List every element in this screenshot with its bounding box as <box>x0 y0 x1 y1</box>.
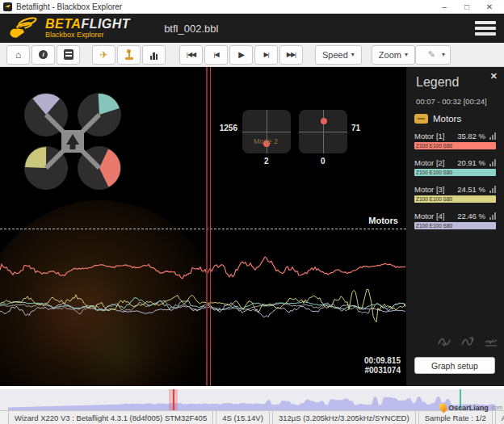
legend-time-range: 00:07 - 00:32 [00:24] <box>416 97 487 106</box>
blackbox-explorer-window: Betaflight - Blackbox Explorer – □ ✕ BET… <box>0 0 504 424</box>
betaflight-bee-icon <box>8 16 40 40</box>
watermark-tld: .com <box>490 405 502 410</box>
brand: BETAFLIGHT Blackbox Explorer <box>8 16 130 40</box>
analyser-mini-icon[interactable] <box>489 132 496 140</box>
minimize-button[interactable]: – <box>433 2 456 11</box>
skip-start-icon: |◀◀ <box>187 51 195 58</box>
prev-frame-icon: |◀ <box>213 51 218 58</box>
open-file-name: btfl_002.bbl <box>164 23 475 35</box>
window-title: Betaflight - Blackbox Explorer <box>16 2 433 11</box>
wave-tool-icon-1[interactable] <box>438 336 451 347</box>
motor-name: Motor [3] <box>414 185 455 194</box>
analyser-mini-icon[interactable] <box>489 212 496 220</box>
skip-end-icon: ▶▶| <box>287 51 296 58</box>
home-icon: ⌂ <box>15 50 21 60</box>
sticks-toggle-button[interactable] <box>117 45 141 65</box>
zoom-dropdown[interactable]: Zoom ▾ <box>372 45 415 65</box>
info-button[interactable]: i <box>32 45 55 65</box>
motor-value: 22.46 % <box>457 212 485 220</box>
legend-group-label: Motors <box>433 114 461 124</box>
graph-setup-button[interactable]: Graph setup <box>414 357 495 374</box>
seekbar-cursor[interactable] <box>173 389 174 410</box>
chevron-down-icon: ▾ <box>405 51 408 58</box>
collapse-group-icon[interactable] <box>414 114 428 124</box>
speed-dropdown[interactable]: Speed ▾ <box>315 45 362 65</box>
chart-check-tool-icon[interactable] <box>485 336 498 347</box>
motor-color-bar: Z100 E100 S80 <box>414 195 496 203</box>
brand-beta: BETA <box>45 17 81 31</box>
seekbar[interactable] <box>0 389 504 410</box>
wave-tool-icon-2[interactable] <box>461 336 474 347</box>
motor-name: Motor [1] <box>414 132 455 141</box>
seekbar-waveform <box>0 389 504 410</box>
flame-icon <box>438 401 449 413</box>
os-titlebar: Betaflight - Blackbox Explorer – □ ✕ <box>0 0 504 14</box>
motor-color-bar: Z100 E100 S80 <box>414 222 496 229</box>
motor-name: Motor [2] <box>414 158 455 167</box>
sticks-icon <box>124 49 134 60</box>
motor-value: 35.82 % <box>457 132 485 141</box>
plane-icon: ✈ <box>99 50 107 60</box>
time-cursor[interactable] <box>210 67 212 386</box>
legend-group-motors[interactable]: Motors <box>414 114 461 124</box>
workspace-dropdown[interactable]: ✎ ▾ <box>415 45 451 65</box>
motor-traces <box>0 67 406 386</box>
legend-title: Legend <box>416 75 459 90</box>
legend-motor-row-2[interactable]: Motor [2] 20.91 % Z100 E100 S80 <box>414 158 496 176</box>
legend-motor-row-3[interactable]: Motor [3] 24.51 % Z100 E100 S80 <box>414 185 496 203</box>
jump-start-button[interactable]: |◀◀ <box>179 45 203 65</box>
brand-subtitle: Blackbox Explorer <box>45 31 130 39</box>
analyser-mini-icon[interactable] <box>489 186 496 193</box>
play-button[interactable]: ▶ <box>229 45 253 65</box>
status-flags: ARM|BLACKBOX <box>495 411 504 424</box>
legend-tool-icons <box>438 336 498 347</box>
group-zero-line <box>0 229 406 229</box>
app-header: BETAFLIGHT Blackbox Explorer btfl_002.bb… <box>0 14 504 43</box>
status-bar: Wizard X220 V3 : Betaflight 4.3.1 (8d4f0… <box>0 410 504 424</box>
next-frame-button[interactable]: ▶| <box>254 45 278 65</box>
craft-toggle-button[interactable]: ✈ <box>92 45 116 65</box>
status-looptime: 312µS (3.205kHz/3.205kHz/SYNCED) <box>272 411 416 424</box>
legend-motor-row-1[interactable]: Motor [1] 35.82 % Z100 E100 S80 <box>414 132 496 149</box>
log-list-button[interactable] <box>57 45 80 65</box>
motor-value: 20.91 % <box>457 158 485 167</box>
graph-group-label: Motors <box>368 216 398 225</box>
status-craft-firmware: Wizard X220 V3 : Betaflight 4.3.1 (8d4f0… <box>8 411 213 424</box>
next-frame-icon: ▶| <box>263 51 268 58</box>
time-cursor[interactable] <box>206 67 208 386</box>
current-time: 00:09.815 <box>364 356 401 366</box>
brand-flight: FLIGHT <box>81 17 130 31</box>
app-icon <box>3 2 12 11</box>
motor-color-bar: Z100 E100 S80 <box>414 142 496 149</box>
legend-close-icon[interactable]: ✕ <box>490 71 498 82</box>
prev-frame-button[interactable]: |◀ <box>204 45 228 65</box>
zoom-label: Zoom <box>379 50 401 60</box>
chevron-down-icon: ▾ <box>351 51 355 58</box>
toolbar: ⌂ i ✈ |◀◀ |◀ ▶ ▶| ▶▶| Speed ▾ Zoom ▾ <box>0 43 504 67</box>
jump-end-button[interactable]: ▶▶| <box>279 45 303 65</box>
play-icon: ▶ <box>238 50 244 59</box>
motor-name: Motor [4] <box>414 212 455 220</box>
site-watermark: OscarLiang .com <box>439 403 502 412</box>
pencil-icon: ✎ <box>428 49 435 60</box>
speed-label: Speed <box>322 50 348 60</box>
log-file-icon <box>64 49 74 60</box>
menu-button hamburger-icon[interactable] <box>475 21 496 36</box>
time-display: 00:09.815 #0031074 <box>364 356 401 376</box>
maximize-button[interactable]: □ <box>456 2 478 11</box>
legend-motor-row-4[interactable]: Motor [4] 22.46 % Z100 E100 S80 <box>414 212 496 229</box>
brand-text: BETAFLIGHT Blackbox Explorer <box>45 18 130 39</box>
home-button[interactable]: ⌂ <box>6 45 30 65</box>
legend-panel: ✕ Legend 00:07 - 00:32 [00:24] Motors Mo… <box>406 67 504 386</box>
info-icon: i <box>39 50 48 59</box>
main-area: 1256 Mode 2 71 2 0 Motors <box>0 67 504 386</box>
frame-number: #0031074 <box>364 366 401 376</box>
chevron-down-icon: ▾ <box>442 51 445 58</box>
analyser-mini-icon[interactable] <box>489 159 496 166</box>
motor-color-bar: Z100 E100 S80 <box>414 169 496 176</box>
close-button[interactable]: ✕ <box>478 2 501 11</box>
watermark-name: OscarLiang <box>448 404 489 412</box>
motor-value: 24.51 % <box>457 185 485 194</box>
analyser-toggle-button[interactable] <box>142 45 166 65</box>
graph-canvas[interactable]: 1256 Mode 2 71 2 0 Motors <box>0 67 406 386</box>
